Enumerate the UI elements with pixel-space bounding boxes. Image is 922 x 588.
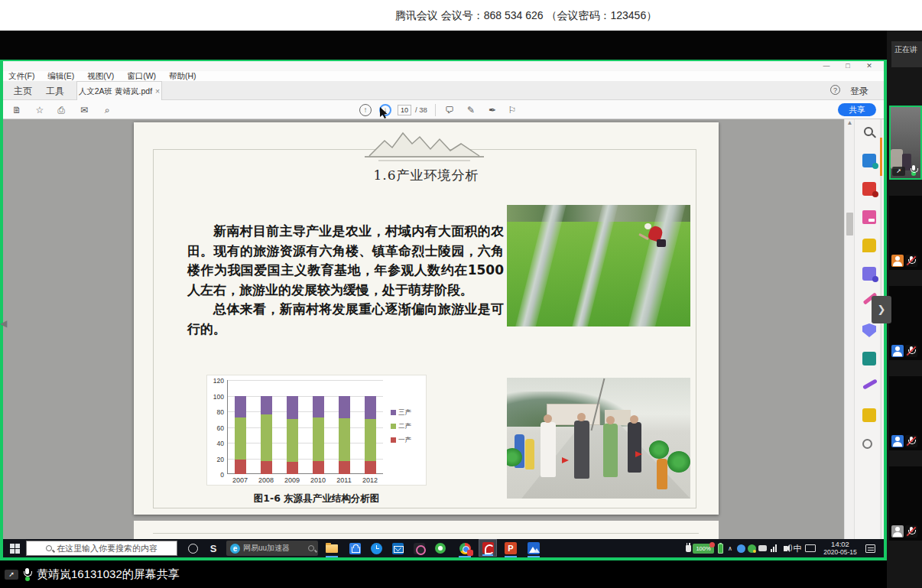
close-button[interactable]: ✕ — [859, 61, 879, 71]
participant-avatar — [891, 255, 904, 267]
combine-files-icon[interactable] — [862, 267, 876, 281]
cortana-icon[interactable] — [183, 539, 202, 557]
bar-segment-一产 — [313, 461, 324, 474]
menu-file[interactable]: 文件(F) — [3, 71, 40, 80]
maximize-button[interactable]: □ — [838, 61, 858, 71]
seewo-icon[interactable]: S — [205, 539, 222, 557]
pdf-scrollbar[interactable]: ▲ — [844, 119, 854, 539]
share-for-review-icon[interactable] — [862, 408, 876, 422]
obs-icon[interactable] — [410, 539, 428, 557]
action-center-icon[interactable] — [864, 539, 877, 557]
mic-on-icon — [908, 165, 919, 176]
touch-keyboard-icon[interactable] — [804, 539, 816, 557]
participant-tile[interactable] — [889, 286, 922, 360]
create-pdf-icon[interactable] — [862, 182, 876, 196]
comment-icon[interactable]: 🗩 — [443, 104, 456, 116]
mail-icon[interactable] — [388, 539, 407, 557]
search-tools-icon[interactable] — [864, 127, 873, 136]
print-icon[interactable]: ⎙ — [55, 104, 67, 116]
recording-dot — [709, 542, 715, 547]
export-pdf-icon[interactable] — [862, 154, 876, 167]
participant-tile-video[interactable]: ➚ — [889, 106, 922, 180]
menu-help[interactable]: 帮助(H) — [164, 71, 202, 80]
mic-icon — [22, 567, 33, 581]
battery-green-icon[interactable] — [716, 539, 724, 557]
acrobat-toolbar: 🗎 ☆ ⎙ ✉ ⌕ ↑ ↓ 10 / 38 🗩 ✎ ✒ ⚐ 共享 — [3, 100, 884, 119]
chrome-icon[interactable] — [456, 539, 474, 557]
fill-sign-icon[interactable]: ✒ — [486, 104, 498, 116]
tab-close-icon[interactable]: × — [155, 86, 160, 96]
tab-tools[interactable]: 工具 — [46, 85, 64, 98]
tab-home[interactable]: 主页 — [14, 85, 32, 98]
share-border-top — [0, 60, 887, 61]
participant-tile[interactable] — [889, 376, 922, 450]
start-button[interactable] — [5, 539, 24, 557]
tray-chevron-icon[interactable]: ∧ — [726, 539, 735, 557]
acrobat-titlebar: A 人文2A班 黄靖岚.pdf - Adobe Acrobat Reader D… — [3, 61, 884, 71]
tray-app-blue-icon[interactable] — [735, 539, 746, 557]
y-tick-label: 20 — [207, 456, 224, 463]
legend-item: 一产 — [391, 437, 411, 443]
minimize-button[interactable]: — — [816, 61, 836, 71]
participant-tile[interactable] — [889, 196, 922, 270]
tray-360-icon[interactable] — [746, 539, 757, 557]
pencil-icon[interactable]: ✎ — [465, 104, 477, 116]
bar-segment-二产 — [235, 417, 246, 459]
help-icon[interactable]: ? — [830, 85, 840, 95]
tools-scroll-track — [880, 119, 882, 539]
taskbar-clock[interactable]: 14:02 2020-05-15 — [818, 539, 862, 557]
menu-window[interactable]: 窗口(W) — [122, 71, 161, 80]
taskbar-search-box[interactable]: 在这里输入你要搜索的内容 — [26, 541, 177, 556]
menu-edit[interactable]: 编辑(E) — [42, 71, 80, 80]
comment-tool-icon[interactable] — [862, 239, 876, 252]
certificates-icon[interactable] — [862, 378, 878, 389]
power-plug-icon[interactable] — [683, 539, 693, 557]
volume-icon[interactable] — [780, 539, 791, 557]
more-tools-icon[interactable] — [862, 439, 872, 449]
pc-manager-icon[interactable] — [431, 539, 450, 557]
email-icon[interactable]: ✉ — [78, 104, 90, 116]
share-button[interactable]: 共享 — [838, 103, 876, 116]
page-up-icon[interactable]: ↑ — [359, 104, 372, 116]
page-back-arrow[interactable]: ◀ — [0, 315, 11, 332]
ime-indicator[interactable]: 中 — [792, 539, 803, 557]
headset-icon[interactable] — [757, 539, 768, 557]
clock-date: 2020-05-15 — [823, 548, 856, 556]
sidebar-toggle[interactable]: ❯ — [872, 296, 891, 323]
record-badge — [467, 550, 473, 556]
legend-swatch — [391, 437, 396, 443]
mic-muted-icon — [905, 525, 917, 538]
participant-tile[interactable] — [889, 466, 922, 541]
page-number-input[interactable]: 10 — [398, 105, 411, 115]
network-icon[interactable] — [768, 539, 779, 557]
menu-view[interactable]: 视图(V) — [82, 71, 119, 80]
edge-search-widget[interactable]: e 网易uu加速器 — [226, 541, 318, 556]
bar-segment-二产 — [313, 417, 324, 460]
edge-icon: e — [230, 544, 240, 554]
screen-share-icon: ➚ — [5, 570, 18, 580]
powerpoint-icon[interactable]: P — [502, 539, 520, 557]
file-explorer-icon[interactable] — [323, 539, 341, 557]
x-tick-label: 2008 — [253, 476, 279, 484]
scrollbar-thumb[interactable] — [846, 213, 853, 236]
tools-scroll-thumb[interactable] — [880, 138, 882, 176]
bar-segment-一产 — [287, 462, 298, 474]
toolbar-divider — [435, 104, 436, 116]
clock-time: 14:02 — [831, 541, 849, 548]
edit-pdf-icon[interactable] — [862, 210, 876, 224]
y-tick-label: 60 — [207, 424, 224, 432]
stamp-icon[interactable]: ⚐ — [506, 104, 518, 116]
bar-segment-三产 — [261, 396, 272, 415]
find-icon[interactable]: ⌕ — [101, 104, 113, 116]
save-icon[interactable]: 🗎 — [11, 104, 23, 116]
stamp-tool-icon[interactable] — [862, 352, 876, 365]
protect-icon[interactable] — [862, 323, 876, 337]
alarms-clock-icon[interactable] — [367, 539, 385, 557]
x-tick-label: 2009 — [279, 476, 305, 484]
favorite-star-icon[interactable]: ☆ — [34, 104, 46, 116]
tab-document[interactable]: 人文2A班 黄靖岚.pdf× — [76, 81, 162, 100]
acrobat-taskbar-icon[interactable] — [479, 539, 497, 557]
login-button[interactable]: 登录 — [850, 85, 868, 98]
tencent-meeting-icon[interactable] — [524, 539, 543, 557]
store-icon[interactable] — [346, 539, 364, 557]
